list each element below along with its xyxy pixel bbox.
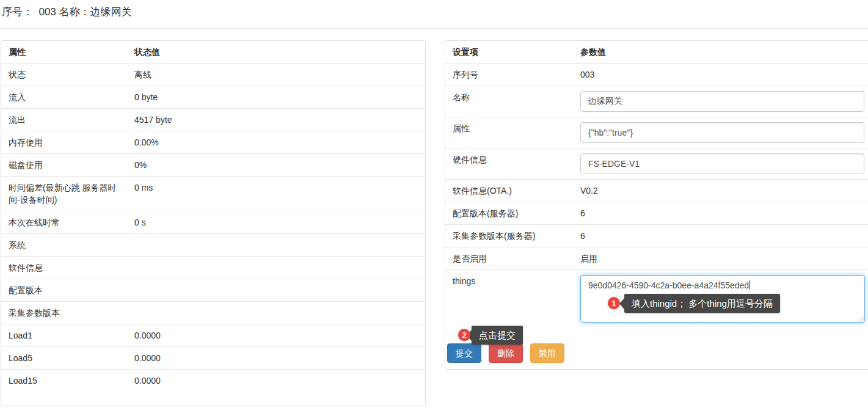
- submit-button[interactable]: 提交: [447, 343, 481, 363]
- annotation-tooltip-2: 点击提交: [472, 326, 523, 345]
- row-label: 配置版本: [1, 279, 127, 302]
- row-label: things: [445, 270, 573, 328]
- row-value: 0 ms: [127, 177, 425, 211]
- table-row: 软件信息: [1, 257, 425, 279]
- row-value: 0.0000: [127, 370, 425, 392]
- row-value: [127, 302, 425, 324]
- row-label: 采集参数版本: [1, 302, 127, 324]
- settings-col-value-header: 参数值: [573, 41, 868, 64]
- table-row: 本次在线时常 0 s: [1, 211, 425, 234]
- serial-number-value: 003: [573, 64, 868, 86]
- settings-col-setting-header: 设置项: [445, 41, 573, 64]
- row-label: 是否启用: [445, 247, 573, 270]
- row-label: 内存使用: [1, 131, 127, 154]
- config-version-value: 6: [573, 202, 868, 225]
- action-button-row: 提交 删除 禁用: [447, 343, 868, 363]
- row-label: 本次在线时常: [1, 211, 127, 234]
- table-row: 序列号 003: [445, 64, 868, 86]
- table-row: 内存使用 0.00%: [1, 131, 425, 154]
- row-label: Load5: [1, 347, 127, 370]
- table-row: 硬件信息: [445, 148, 868, 180]
- row-label: 名称: [445, 86, 573, 117]
- enabled-value: 启用: [573, 247, 868, 270]
- row-label: 流出: [1, 109, 127, 131]
- status-col-attribute-header: 属性: [1, 41, 127, 64]
- row-label: Load1: [1, 324, 127, 347]
- device-status-panel: 属性 状态值 状态 离线 流入 0 byte 流出 4517 byte 内存使用…: [1, 40, 426, 406]
- annotation-badge-2: 2: [458, 329, 470, 341]
- row-value: 0%: [127, 154, 425, 177]
- row-label: 系统: [1, 234, 127, 257]
- table-row: 系统: [1, 234, 425, 257]
- row-label: 软件信息: [1, 257, 127, 279]
- collect-version-value: 6: [573, 225, 868, 247]
- row-label: 属性: [445, 117, 573, 148]
- status-col-value-header: 状态值: [127, 41, 425, 64]
- row-value: 离线: [127, 64, 425, 86]
- table-row: 流出 4517 byte: [1, 109, 425, 131]
- row-label: 状态: [1, 64, 127, 86]
- table-row: 采集参数版本(服务器) 6: [445, 225, 868, 247]
- table-header-row: 属性 状态值: [1, 41, 425, 64]
- row-label: 采集参数版本(服务器): [445, 225, 573, 247]
- title-divider: [0, 28, 868, 29]
- table-row: 配置版本: [1, 279, 425, 302]
- table-row: 软件信息(OTA.) V0.2: [445, 180, 868, 202]
- table-row: 属性: [445, 117, 868, 148]
- table-row: Load5 0.0000: [1, 347, 425, 370]
- row-value: 4517 byte: [127, 109, 425, 131]
- software-version-value: V0.2: [573, 180, 868, 202]
- row-label: 软件信息(OTA.): [445, 180, 573, 202]
- row-value: 0.00%: [127, 131, 425, 154]
- table-row: 流入 0 byte: [1, 86, 425, 109]
- table-row: 是否启用 启用: [445, 247, 868, 270]
- row-value: 0.0000: [127, 347, 425, 370]
- row-value: [127, 234, 425, 257]
- table-row: Load15 0.0000: [1, 370, 425, 392]
- resize-handle-icon[interactable]: [858, 315, 864, 321]
- things-textarea-value: 9e0d0426-4590-4c2a-b0ee-a4a24f55eded: [588, 280, 749, 290]
- table-row: Load1 0.0000: [1, 324, 425, 347]
- disable-button[interactable]: 禁用: [530, 343, 564, 363]
- device-settings-panel: 设置项 参数值 序列号 003 名称 属性 硬件信息: [445, 40, 868, 370]
- row-value: 0 s: [127, 211, 425, 234]
- row-label: 流入: [1, 86, 127, 109]
- row-value: [127, 257, 425, 279]
- table-row: 磁盘使用 0%: [1, 154, 425, 177]
- table-row: 采集参数版本: [1, 302, 425, 324]
- table-row: 配置版本(服务器) 6: [445, 202, 868, 225]
- row-label: 时间偏差(最新心跳 服务器时间-设备时间): [1, 177, 127, 211]
- table-row: 状态 离线: [1, 64, 425, 86]
- row-label: 序列号: [445, 64, 573, 86]
- table-row: 名称: [445, 86, 868, 117]
- row-label: Load15: [1, 370, 127, 392]
- table-header-row: 设置项 参数值: [445, 41, 868, 64]
- page-title: 序号： 003 名称：边缘网关: [2, 5, 132, 19]
- row-value: [127, 279, 425, 302]
- row-value: 0 byte: [127, 86, 425, 109]
- row-value: 0.0000: [127, 324, 425, 347]
- row-label: 硬件信息: [445, 148, 573, 180]
- device-settings-table: 设置项 参数值 序列号 003 名称 属性 硬件信息: [445, 41, 868, 328]
- row-label: 配置版本(服务器): [445, 202, 573, 225]
- row-label: 磁盘使用: [1, 154, 127, 177]
- table-row: 时间偏差(最新心跳 服务器时间-设备时间) 0 ms: [1, 177, 425, 211]
- annotation-badge-1: 1: [608, 297, 620, 309]
- device-status-table: 属性 状态值 状态 离线 流入 0 byte 流出 4517 byte 内存使用…: [1, 41, 425, 392]
- attributes-input[interactable]: [580, 122, 864, 143]
- annotation-tooltip-1: 填入thingid； 多个thing用逗号分隔: [624, 294, 780, 313]
- text-caret: [749, 280, 750, 290]
- delete-button[interactable]: 删除: [489, 343, 523, 363]
- hardware-input[interactable]: [580, 153, 864, 174]
- name-input[interactable]: [580, 91, 864, 112]
